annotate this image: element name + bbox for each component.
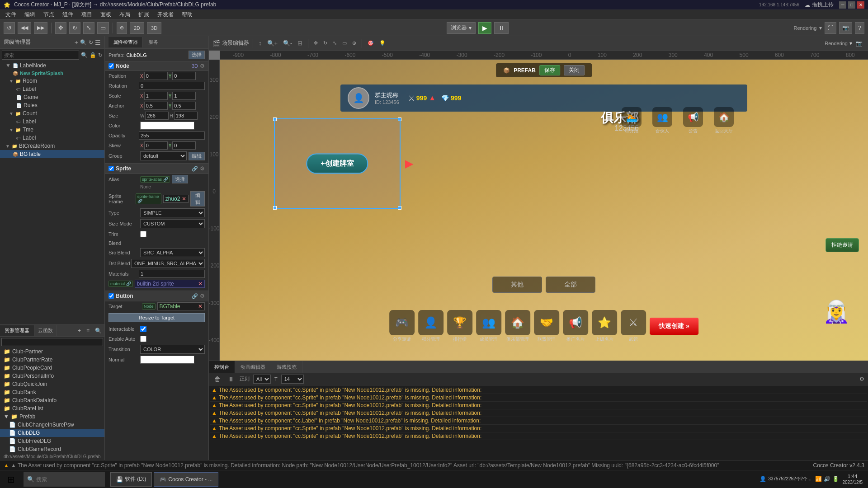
src-blend-select[interactable]: SRC_ALPHA [140, 248, 205, 257]
sprite-frame-edit-btn[interactable]: 编辑 [190, 191, 205, 206]
layer-refresh2-btn[interactable]: ↻ [98, 51, 103, 60]
sprite-section-header[interactable]: Sprite 🔗 ⚙ [105, 163, 208, 174]
scene-canvas[interactable]: 📦 PREFAB 保存 关闭 👤 群主昵称 ID: 123456 ⚔ [220, 60, 868, 361]
scene-tool-btn5[interactable]: ⊕ [350, 39, 358, 47]
zoom-selector[interactable]: 浏览器 ▾ [447, 22, 476, 34]
bottom-icon-item9[interactable]: ⚔ 武馆 [621, 310, 646, 343]
menu-file[interactable]: 文件 [2, 10, 20, 19]
prefab-select-btn[interactable]: 选择 [189, 51, 205, 59]
asset-item-clubratelist[interactable]: 📁ClubRateList [0, 404, 104, 413]
dst-blend-select[interactable]: ONE_MINUS_SRC_ALPHA [131, 259, 205, 268]
bottom-icon-item1[interactable]: 🎮 分享邀请 [389, 310, 415, 343]
scale-x-input[interactable] [144, 92, 168, 100]
trim-checkbox[interactable] [140, 231, 146, 237]
material-remove-icon[interactable]: ✕ [198, 281, 203, 287]
inspector-tab-properties[interactable]: 属性检查器 [108, 37, 143, 47]
bottom-icon-item3[interactable]: 🏆 排行榜 [447, 310, 472, 343]
bottom-icon-item4[interactable]: 👥 成员管理 [476, 310, 501, 343]
type-select[interactable]: SIMPLE [140, 208, 205, 217]
rotation-input[interactable] [139, 82, 205, 90]
sprite-frame-tag[interactable]: zhuo2 ✕ [163, 195, 189, 203]
tab-other-btn[interactable]: 其他 [492, 277, 542, 293]
asset-list-btn[interactable]: ≡ [84, 328, 92, 334]
scene-fit-btn[interactable]: ⊞ [296, 39, 304, 47]
pause-btn[interactable]: ⏸ [494, 22, 509, 34]
scene-canvas-wrapper[interactable]: -900-800-700-600-500-400-300-200-1000100… [209, 51, 868, 361]
rendering-dropdown[interactable]: ▾ [819, 25, 822, 31]
bottom-icon-item8[interactable]: ⭐ 上级名片 [592, 310, 617, 343]
play-btn[interactable]: ▶ [478, 22, 491, 34]
create-room-btn[interactable]: +创建牌室 [306, 154, 368, 174]
tree-item-btcreateroom[interactable]: ▼ 📁 BtCreateRoom [0, 142, 104, 150]
layer-menu-btn[interactable]: ☰ [95, 39, 101, 46]
fullscreen-btn[interactable]: ⛶ [825, 22, 836, 34]
button-section-header[interactable]: Button 🔗 ⚙ [105, 291, 208, 301]
tree-item-label1[interactable]: 🏷 Label [0, 85, 104, 93]
console-pause-btn[interactable]: ⏸ [226, 375, 236, 383]
console-settings-btn[interactable]: ⚙ [859, 376, 864, 382]
menu-project[interactable]: 项目 [78, 10, 96, 19]
scene-gizmo-btn[interactable]: 🎯 [366, 39, 376, 47]
asset-item-clubrankdatainfo[interactable]: 📁ClubRankDataInfo [0, 396, 104, 404]
asset-item-prefab[interactable]: ▼📁Prefab [0, 413, 104, 421]
asset-item-clubdlg[interactable]: 📄ClubDLG [0, 429, 104, 437]
menu-developer[interactable]: 开发者 [154, 10, 177, 19]
group-edit-btn[interactable]: 编辑 [189, 152, 205, 160]
menu-help[interactable]: 帮助 [178, 10, 196, 19]
normal-color[interactable] [140, 356, 194, 364]
menu-edit[interactable]: 编辑 [21, 10, 39, 19]
button-enabled-checkbox[interactable] [108, 293, 114, 299]
sprite-frame-remove-icon[interactable]: ✕ [182, 196, 186, 202]
group-select[interactable]: default [140, 151, 187, 160]
tab-all-btn[interactable]: 全部 [546, 277, 595, 293]
toolbar-2d-btn[interactable]: 2D [130, 22, 144, 34]
tree-item-tme[interactable]: ▼ 📁 Tme [0, 126, 104, 134]
help-btn[interactable]: ? [855, 22, 864, 34]
inspector-tab-service[interactable]: 服务 [145, 37, 162, 47]
toolbar-rotate-btn[interactable]: ↻ [69, 22, 80, 34]
resize-to-target-btn[interactable]: Resize to Target [108, 313, 205, 322]
taskbar-app-cocos[interactable]: 🎮 Cocos Creator - ... [154, 472, 218, 487]
scene-zoom-out-btn[interactable]: 🔍- [281, 39, 294, 47]
layer-search-btn[interactable]: 🔍 [80, 39, 87, 46]
size-w-input[interactable] [145, 112, 169, 120]
target-remove-icon[interactable]: ✕ [198, 303, 203, 310]
toolbar-redo-btn[interactable]: ▶▶ [34, 22, 47, 34]
toolbar-scale-btn[interactable]: ⤡ [83, 22, 94, 34]
toolbar-move-btn[interactable]: ↺ [4, 22, 15, 34]
asset-item-club-partner[interactable]: 📁Club-Partner [0, 347, 104, 356]
opacity-input[interactable] [139, 131, 205, 140]
scene-camera-btn[interactable]: 📷 [854, 39, 864, 47]
enable-auto-checkbox[interactable] [140, 336, 146, 342]
scene-tool-btn3[interactable]: ⤡ [331, 39, 339, 47]
font-size-select[interactable]: 14 [281, 375, 304, 384]
toolbar-move-anchor-btn[interactable]: ⊕ [117, 22, 127, 34]
layer-search-go-btn[interactable]: 🔍 [81, 51, 88, 60]
tree-item-bgtable[interactable]: 📦 BGTable [0, 150, 104, 158]
bottom-icon-item5[interactable]: 🏠 俱乐部管理 [505, 310, 530, 343]
target-value-tag[interactable]: BGTable ✕ [157, 302, 205, 310]
maximize-btn[interactable]: □ [848, 1, 855, 9]
position-x-input[interactable] [144, 72, 168, 80]
interactable-checkbox[interactable] [140, 326, 146, 332]
menu-component[interactable]: 组件 [59, 10, 77, 19]
asset-item-clubpeoplecard[interactable]: 📁ClubPeopleCard [0, 364, 104, 372]
layer-refresh-btn[interactable]: ↻ [89, 39, 93, 46]
toolbar-translate-btn[interactable]: ✥ [55, 22, 66, 34]
tree-item-count[interactable]: ▼ 📁 Count [0, 109, 104, 117]
scene-tool-btn2[interactable]: ↻ [321, 39, 329, 47]
scene-close-btn[interactable]: 关闭 [564, 65, 585, 75]
asset-item-clubquickjoin[interactable]: 📁ClubQuickJoin [0, 380, 104, 388]
asset-search-btn[interactable]: 🔍 [92, 328, 104, 334]
asset-item-club-partnerrate[interactable]: 📁ClubPartnerRate [0, 356, 104, 364]
menu-layout[interactable]: 布局 [116, 10, 134, 19]
tree-item-label3[interactable]: 🏷 Label [0, 134, 104, 142]
asset-item-clubfreedlg[interactable]: 📄ClubFreeDLG [0, 437, 104, 445]
scene-move-btn[interactable]: ↕ [257, 39, 264, 47]
tree-item-room[interactable]: ▼ 📁 Room [0, 77, 104, 85]
tree-item-labelnode[interactable]: ▼ 📄 LabelNode [0, 61, 104, 70]
close-btn[interactable]: ✕ [857, 1, 864, 9]
bottom-icon-item6[interactable]: 🤝 联盟管理 [534, 310, 559, 343]
taskbar-search-box[interactable]: 🔍 [24, 472, 105, 487]
tree-item-game[interactable]: 📄 Game [0, 93, 104, 101]
